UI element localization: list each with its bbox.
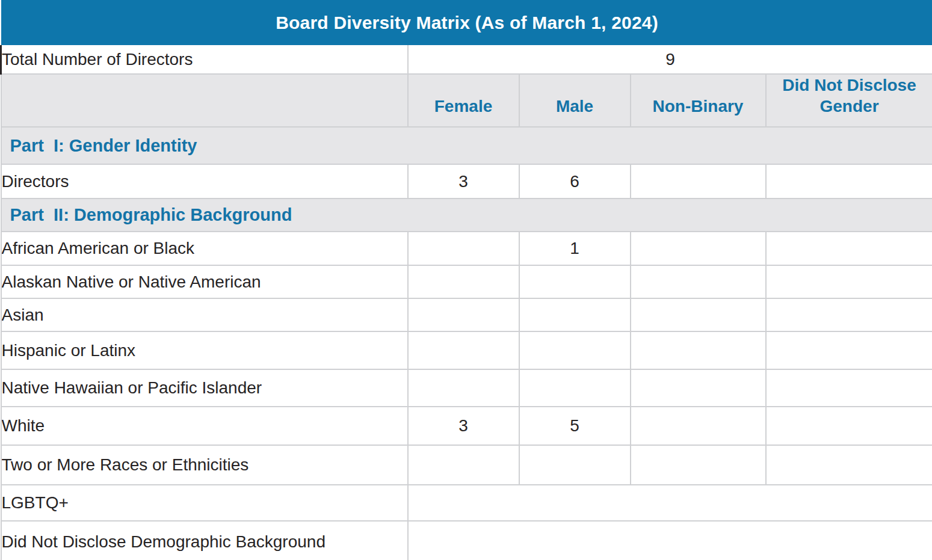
cell-value (408, 369, 519, 407)
cell-value (519, 331, 631, 369)
column-header-female: Female (408, 74, 519, 127)
table-row-did-not-disclose-background: Did Not Disclose Demographic Background (1, 521, 932, 560)
cell-value: 3 (408, 407, 519, 445)
cell-value (408, 331, 519, 369)
gender-header-row: Female Male Non-Binary Did Not Disclose … (1, 74, 932, 127)
cell-value (408, 298, 519, 331)
cell-value (766, 232, 932, 265)
column-header-male: Male (519, 74, 631, 127)
table-row-african-american: African American or Black 1 (1, 232, 932, 265)
cell-value: 3 (408, 164, 519, 198)
row-label: Native Hawaiian or Pacific Islander (1, 369, 408, 407)
row-label: Hispanic or Latinx (1, 331, 408, 369)
cell-value (408, 265, 519, 298)
total-directors-value: 9 (408, 45, 932, 74)
total-directors-row: Total Number of Directors 9 (1, 45, 932, 74)
column-header-did-not-disclose-gender: Did Not Disclose Gender (766, 74, 932, 127)
row-label: Two or More Races or Ethnicities (1, 445, 408, 485)
table-row-alaskan-native: Alaskan Native or Native American (1, 265, 932, 298)
merged-empty-cell (408, 521, 932, 560)
cell-value: 5 (519, 407, 631, 445)
cell-value (408, 445, 519, 485)
board-diversity-table: Board Diversity Matrix (As of March 1, 2… (0, 0, 932, 560)
part1-heading-row: Part I: Gender Identity (1, 127, 932, 164)
table-title: Board Diversity Matrix (As of March 1, 2… (1, 0, 932, 45)
cell-value (766, 445, 932, 485)
cell-value (519, 445, 631, 485)
table-title-row: Board Diversity Matrix (As of March 1, 2… (1, 0, 932, 45)
cell-value (766, 298, 932, 331)
cell-value (631, 331, 766, 369)
table-row-lgbtq: LGBTQ+ (1, 485, 932, 521)
row-label: African American or Black (1, 232, 408, 265)
part1-heading: Part I: Gender Identity (1, 127, 932, 164)
cell-value: 1 (519, 232, 631, 265)
cell-value (519, 369, 631, 407)
cell-value (766, 331, 932, 369)
table-row-native-hawaiian: Native Hawaiian or Pacific Islander (1, 369, 932, 407)
cell-value (766, 407, 932, 445)
table-row-two-or-more: Two or More Races or Ethnicities (1, 445, 932, 485)
cell-value (519, 298, 631, 331)
cell-value: 6 (519, 164, 631, 198)
cell-value (631, 445, 766, 485)
table-row-asian: Asian (1, 298, 932, 331)
cell-value (408, 232, 519, 265)
row-label: Directors (1, 164, 408, 198)
row-label: Asian (1, 298, 408, 331)
total-directors-label: Total Number of Directors (1, 45, 408, 74)
row-label: White (1, 407, 408, 445)
part2-heading: Part II: Demographic Background (1, 198, 932, 232)
cell-value (766, 369, 932, 407)
cell-value (766, 164, 932, 198)
cell-value (631, 298, 766, 331)
cell-value (631, 265, 766, 298)
cell-value (631, 232, 766, 265)
row-label: Alaskan Native or Native American (1, 265, 408, 298)
row-label: Did Not Disclose Demographic Background (1, 521, 408, 560)
corner-cell (1, 74, 408, 127)
cell-value (519, 265, 631, 298)
row-label: LGBTQ+ (1, 485, 408, 521)
cell-value (631, 407, 766, 445)
cell-value (631, 369, 766, 407)
cell-value (766, 265, 932, 298)
board-diversity-matrix: Board Diversity Matrix (As of March 1, 2… (0, 0, 932, 560)
part2-heading-row: Part II: Demographic Background (1, 198, 932, 232)
cell-value (631, 164, 766, 198)
merged-empty-cell (408, 485, 932, 521)
table-row-white: White 3 5 (1, 407, 932, 445)
table-row-directors: Directors 3 6 (1, 164, 932, 198)
column-header-nonbinary: Non-Binary (631, 74, 766, 127)
table-row-hispanic-latinx: Hispanic or Latinx (1, 331, 932, 369)
